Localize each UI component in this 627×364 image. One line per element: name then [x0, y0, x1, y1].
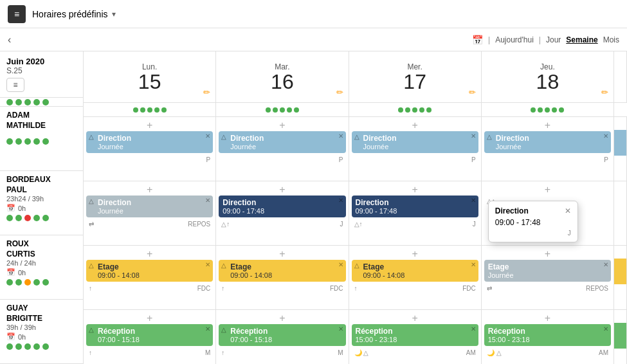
footer-icons: ↑ — [89, 349, 92, 356]
month-view-button[interactable]: Mois — [603, 35, 619, 44]
add-button[interactable]: + — [484, 313, 611, 324]
close-button[interactable]: ✕ — [205, 132, 210, 140]
prev-arrow[interactable]: ‹ — [8, 34, 11, 46]
add-button[interactable]: + — [219, 120, 345, 131]
cell-partial — [614, 117, 627, 181]
shift-card[interactable]: △ ✕ Direction Journée — [86, 131, 213, 153]
shift-footer: ↑ M — [219, 347, 345, 358]
add-button[interactable]: + — [484, 248, 611, 260]
chevron-down-icon[interactable]: ▾ — [112, 10, 116, 19]
add-button[interactable]: + — [86, 120, 213, 131]
cell-partial — [614, 246, 627, 309]
warning-icon: △ — [487, 133, 492, 140]
week-label: S.25 — [6, 66, 77, 75]
warning-icon: △ — [354, 262, 359, 269]
add-button[interactable]: + — [86, 313, 213, 324]
edit-icon[interactable]: ✏ — [336, 87, 343, 97]
close-button[interactable]: ✕ — [603, 132, 608, 140]
close-button[interactable]: ✕ — [205, 197, 210, 204]
list-icon[interactable]: ≡ — [6, 78, 24, 92]
shift-card[interactable]: △ ✕ Etage 09:00 - 14:08 — [219, 260, 345, 282]
dot — [405, 107, 410, 113]
cell-guay-18: + ✕ Réception 15:00 - 23:18 🌙 △ AM — [482, 310, 614, 364]
dot — [42, 138, 49, 145]
cell-guay-17: + ✕ Réception 15:00 - 23:18 🌙 △ AM — [349, 310, 482, 364]
add-button[interactable]: + — [86, 184, 213, 196]
edit-icon[interactable]: ✏ — [469, 87, 476, 97]
shift-card[interactable]: ✕ Etage Journée — [484, 260, 611, 282]
close-button[interactable]: ✕ — [471, 132, 476, 140]
close-button[interactable]: ✕ — [603, 325, 608, 332]
add-button[interactable]: + — [352, 248, 478, 260]
dot — [24, 215, 31, 221]
shift-card[interactable]: △ ✕ Etage 09:00 - 14:08 — [352, 260, 478, 282]
cell-adam-18: + △ ✕ Direction Journée P — [482, 117, 614, 181]
dot — [6, 279, 13, 286]
shift-footer: P — [86, 154, 213, 165]
day-col-18: Jeu. 18 ✏ — [482, 51, 614, 102]
close-button[interactable]: ✕ — [565, 206, 571, 215]
shift-card[interactable]: ✕ Réception 15:00 - 23:18 — [352, 324, 478, 346]
dot — [161, 107, 167, 113]
shift-footer: ⇄ REPOS — [86, 219, 213, 229]
shift-subtitle: 09:00 - 17:48 — [223, 207, 341, 215]
shift-card[interactable]: △ ✕ Direction Journée — [86, 196, 213, 217]
shift-card[interactable]: △ ✕ Etage 09:00 - 14:08 — [86, 260, 213, 282]
shift-subtitle: 07:00 - 15:18 — [98, 336, 209, 343]
edit-icon[interactable]: ✏ — [203, 87, 210, 97]
dots-cell — [216, 103, 349, 116]
day-view-button[interactable]: Jour — [546, 35, 561, 44]
sidebar: Juin 2020 S.25 ≡ ADAMMathilde — [0, 51, 84, 364]
close-button[interactable]: ✕ — [205, 261, 210, 268]
cell-bordeaux-15: + △ ✕ Direction Journée ⇄ REPOS — [84, 181, 216, 246]
add-button[interactable]: + — [219, 248, 345, 260]
day-number: 16 — [271, 71, 294, 92]
edit-icon[interactable]: ✏ — [601, 87, 608, 97]
shift-card[interactable]: △ ✕ Direction Journée — [219, 131, 345, 153]
close-button[interactable]: ✕ — [471, 325, 476, 332]
today-button[interactable]: Aujourd'hui — [495, 35, 534, 44]
close-button[interactable]: ✕ — [603, 261, 608, 268]
add-button[interactable]: + — [484, 120, 611, 131]
shift-card[interactable]: ✕ Direction 09:00 - 17:48 — [219, 196, 345, 217]
add-button[interactable]: + — [219, 184, 345, 196]
close-button[interactable]: ✕ — [471, 197, 476, 204]
cell-bordeaux-16: + ✕ Direction 09:00 - 17:48 △↑ J — [216, 181, 349, 246]
shift-popup[interactable]: Direction ✕ 09:00 - 17:48 J — [488, 201, 578, 242]
close-button[interactable]: ✕ — [338, 325, 343, 332]
add-button[interactable]: + — [352, 120, 478, 131]
add-button[interactable]: + — [484, 184, 611, 196]
shift-card[interactable]: △ ✕ Réception 07:00 - 15:18 — [219, 324, 345, 346]
footer-icons: ↑ — [354, 285, 358, 292]
close-button[interactable]: ✕ — [338, 197, 343, 204]
cell-partial — [614, 181, 627, 245]
add-button[interactable]: + — [219, 313, 345, 324]
person-bordeaux: BORDEAUXPaul 23h24 / 39h 📅 0h — [0, 171, 83, 235]
shift-title: Etage — [488, 262, 607, 271]
cell-guay-16: + △ ✕ Réception 07:00 - 15:18 ↑ M — [216, 310, 349, 364]
shift-card[interactable]: △ ✕ Réception 07:00 - 15:18 — [86, 324, 213, 346]
footer-right: AM — [599, 349, 608, 356]
close-button[interactable]: ✕ — [471, 261, 476, 268]
shift-card[interactable]: ✕ Direction 09:00 - 17:48 — [352, 196, 478, 217]
app-icon[interactable]: ≡ — [8, 5, 26, 23]
shift-card[interactable]: △ ✕ Direction Journée — [484, 131, 611, 153]
dot — [426, 107, 432, 113]
add-button[interactable]: + — [352, 184, 478, 196]
warning-icon: △ — [89, 133, 94, 140]
week-view-button[interactable]: Semaine — [566, 35, 597, 44]
popup-header: Direction ✕ — [495, 206, 571, 215]
footer-right: FDC — [197, 285, 211, 292]
add-button[interactable]: + — [86, 248, 213, 260]
shift-card[interactable]: △ ✕ Direction Journée — [352, 131, 478, 153]
close-button[interactable]: ✕ — [338, 261, 343, 268]
dot — [287, 107, 292, 113]
dot — [33, 343, 40, 350]
dots-subheader — [84, 103, 627, 117]
close-button[interactable]: ✕ — [338, 132, 343, 140]
shift-card[interactable]: ✕ Réception 15:00 - 23:18 — [484, 324, 611, 346]
cell-roux-15: + △ ✕ Etage 09:00 - 14:08 ↑ FDC — [84, 246, 216, 310]
add-button[interactable]: + — [352, 313, 478, 324]
close-button[interactable]: ✕ — [205, 325, 210, 332]
dot — [266, 107, 271, 113]
